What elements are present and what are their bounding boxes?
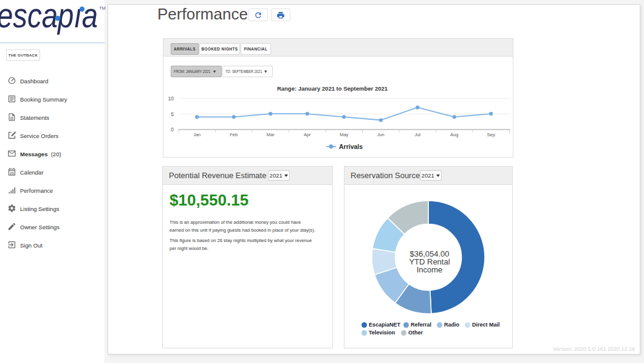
svg-text:Jul: Jul (414, 132, 420, 137)
svg-text:Jun: Jun (377, 132, 385, 137)
svg-text:Aug: Aug (450, 132, 458, 137)
svg-text:10: 10 (168, 95, 174, 102)
svg-text:Apr: Apr (304, 132, 311, 137)
svg-text:Range: January 2021 to Septemb: Range: January 2021 to September 2021 (277, 85, 388, 92)
svg-text:Jan: Jan (193, 132, 200, 137)
svg-text:23: 23 (10, 171, 14, 175)
svg-text:Feb: Feb (230, 132, 238, 137)
svg-text:escapıa: escapıa (0, 0, 98, 35)
svg-text:Mar: Mar (267, 132, 275, 137)
svg-text:Sep: Sep (487, 132, 495, 137)
svg-text:5: 5 (171, 111, 174, 117)
svg-text:TM: TM (99, 5, 106, 11)
svg-text:0: 0 (171, 126, 174, 133)
svg-text:May: May (340, 132, 348, 137)
svg-text:Arrivals: Arrivals (339, 143, 363, 150)
